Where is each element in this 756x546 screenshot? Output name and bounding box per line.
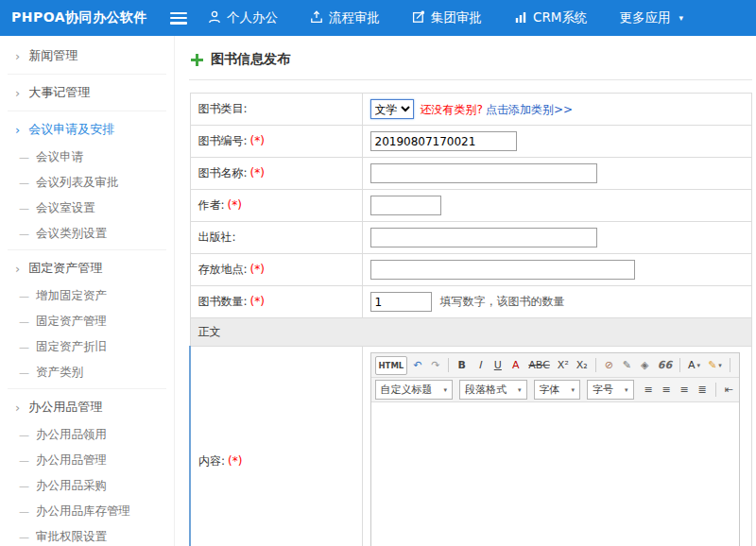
sidebar-item-label: 会议列表及审批 — [36, 175, 119, 191]
nav-more-apps[interactable]: 更多应用▾ — [619, 9, 683, 26]
caret-down-icon: ▾ — [444, 386, 448, 394]
field-label: 出版社: — [198, 230, 236, 244]
sidebar-group-meeting-management[interactable]: ›会议申请及安排 — [0, 114, 174, 145]
sidebar-group-fixed-assets-management[interactable]: ›固定资产管理 — [0, 253, 174, 283]
field-label: 图书名称: — [198, 166, 248, 179]
toolbar-separator — [730, 358, 730, 372]
font-size-select[interactable]: 字号▾ — [587, 380, 634, 400]
editor-content-area[interactable] — [371, 402, 740, 546]
superscript-icon[interactable]: X² — [555, 356, 572, 375]
storage-location-input[interactable] — [370, 260, 635, 280]
sidebar-item-label: 固定资产折旧 — [36, 339, 107, 355]
sidebar-item-meeting-category-settings[interactable]: —会议类别设置 — [0, 221, 174, 247]
italic-icon[interactable]: I — [472, 356, 488, 375]
topbar: PHPOA协同办公软件 个人办公流程审批集团审批CRM系统更多应用▾ — [0, 0, 756, 36]
form-row-book-number: 图书编号:(*) — [190, 126, 752, 158]
font-family-select[interactable]: 字体▾ — [534, 380, 581, 400]
sidebar-group-memorabilia-management[interactable]: ›大事记管理 — [0, 77, 174, 108]
remove-format-icon[interactable]: ⊘ — [601, 356, 617, 375]
sidebar-item-fixed-asset-depreciation[interactable]: —固定资产折旧 — [0, 334, 174, 360]
paragraph-format-select[interactable]: 段落格式▾ — [459, 380, 527, 400]
no-category-hint: 还没有类别? — [421, 103, 483, 116]
strikethrough-icon[interactable]: ABC — [525, 356, 553, 375]
redo-icon[interactable]: ↷ — [427, 356, 443, 375]
nav-group-approval[interactable]: 集团审批 — [412, 9, 482, 26]
sidebar-group-label: 会议申请及安排 — [28, 121, 114, 138]
sidebar-item-supplies-management[interactable]: —办公用品管理 — [0, 448, 174, 473]
outdent-icon[interactable]: ⇤ — [721, 381, 737, 400]
quick-typeset-icon[interactable]: ◈ — [637, 356, 653, 375]
required-mark: (*) — [250, 295, 265, 308]
sidebar-group-news-management[interactable]: ›新闻管理 — [0, 41, 174, 71]
required-mark: (*) — [250, 263, 265, 276]
sidebar-item-supplies-purchase[interactable]: —办公用品采购 — [0, 473, 174, 499]
nav-personal-office[interactable]: 个人办公 — [208, 9, 278, 26]
page-head: 图书信息发布 — [189, 45, 752, 80]
app-logo[interactable]: PHPOA协同办公软件 — [0, 9, 159, 26]
sidebar-group-label: 新闻管理 — [28, 47, 77, 64]
highlight-color-icon[interactable]: ✎▾ — [705, 356, 725, 375]
align-center-icon[interactable]: ≡ — [659, 381, 675, 400]
sidebar-group-office-supplies-management[interactable]: ›办公用品管理 — [0, 392, 174, 422]
author-input[interactable] — [370, 196, 441, 215]
bullet-list-icon[interactable]: ≣ — [735, 356, 739, 375]
sidebar-item-meeting-apply[interactable]: —会议申请 — [0, 145, 174, 170]
dash-icon: — — [19, 454, 29, 467]
section-header: 正文 — [190, 318, 752, 347]
custom-heading-select[interactable]: 自定义标题▾ — [375, 380, 454, 400]
sidebar-item-fixed-asset-management[interactable]: —固定资产管理 — [0, 309, 174, 334]
align-right-icon[interactable]: ≡ — [677, 381, 693, 400]
sidebar-item-supplies-inventory[interactable]: —办公用品库存管理 — [0, 499, 174, 524]
book-name-input[interactable] — [370, 163, 597, 183]
sidebar-group-label: 大事记管理 — [28, 84, 90, 101]
dash-icon: — — [19, 202, 29, 214]
publisher-input[interactable] — [370, 228, 597, 247]
sidebar-item-asset-category[interactable]: —资产类别 — [0, 360, 174, 385]
field-label: 图书编号: — [198, 134, 248, 147]
content-label: 内容: — [198, 454, 225, 468]
blockquote-icon[interactable]: 66 — [655, 356, 675, 375]
caret-down-icon: ▾ — [518, 386, 522, 394]
book-category-select[interactable]: 文学 — [370, 99, 414, 119]
format-painter-icon[interactable]: ✎ — [619, 356, 635, 375]
menu-toggle-icon[interactable] — [170, 12, 187, 25]
layout: ›新闻管理›大事记管理›会议申请及安排—会议申请—会议列表及审批—会议室设置—会… — [0, 36, 756, 546]
nav-process-approval[interactable]: 流程审批 — [310, 9, 380, 26]
sidebar-item-meeting-room-settings[interactable]: —会议室设置 — [0, 196, 174, 221]
font-color-icon[interactable]: A — [507, 356, 524, 375]
sidebar-separator — [8, 74, 166, 75]
nav-label: CRM系统 — [533, 9, 587, 26]
html-source-button[interactable]: HTML — [375, 356, 408, 375]
editor-toolbar-row1: HTML↶↷BIUAABCX²X₂⊘✎◈66A▾✎▾≣≡ — [371, 353, 740, 378]
dash-icon: — — [19, 151, 29, 163]
align-justify-icon[interactable]: ≣ — [695, 381, 711, 400]
add-category-link[interactable]: 点击添加类别>> — [486, 103, 573, 116]
dash-icon: — — [19, 177, 29, 189]
rich-text-editor: HTML↶↷BIUAABCX²X₂⊘✎◈66A▾✎▾≣≡ 自定义标题▾段落格式▾… — [370, 352, 741, 546]
section-header-row: 正文 — [190, 318, 752, 347]
sidebar-item-label: 办公用品库存管理 — [36, 503, 130, 520]
underline-icon[interactable]: U — [490, 356, 506, 375]
chart-icon — [514, 10, 527, 26]
form-row-storage-location: 存放地点:(*) — [190, 254, 752, 286]
dash-icon: — — [19, 480, 29, 492]
chevron-right-icon: › — [15, 50, 20, 62]
align-left-icon[interactable]: ≡ — [641, 381, 657, 400]
sidebar-item-add-fixed-asset[interactable]: —增加固定资产 — [0, 283, 174, 309]
field-label: 作者: — [198, 198, 225, 212]
select-label: 字号 — [593, 383, 613, 397]
undo-icon[interactable]: ↶ — [409, 356, 425, 375]
text-color-picker-icon[interactable]: A▾ — [685, 356, 703, 375]
caret-down-icon: ▾ — [697, 362, 701, 369]
bold-icon[interactable]: B — [454, 356, 470, 375]
book-number-input[interactable] — [370, 131, 517, 151]
subscript-icon[interactable]: X₂ — [574, 356, 591, 375]
book-quantity-input[interactable] — [370, 292, 432, 312]
topbar-nav: 个人办公流程审批集团审批CRM系统更多应用▾ — [208, 9, 683, 26]
nav-crm-system[interactable]: CRM系统 — [514, 9, 587, 26]
sidebar-item-meeting-list-approval[interactable]: —会议列表及审批 — [0, 170, 174, 196]
sidebar-item-approval-permission-settings[interactable]: —审批权限设置 — [0, 524, 174, 546]
nav-label: 个人办公 — [227, 9, 278, 26]
sidebar-item-supplies-requisition[interactable]: —办公用品领用 — [0, 422, 174, 448]
select-label: 字体 — [540, 383, 560, 397]
